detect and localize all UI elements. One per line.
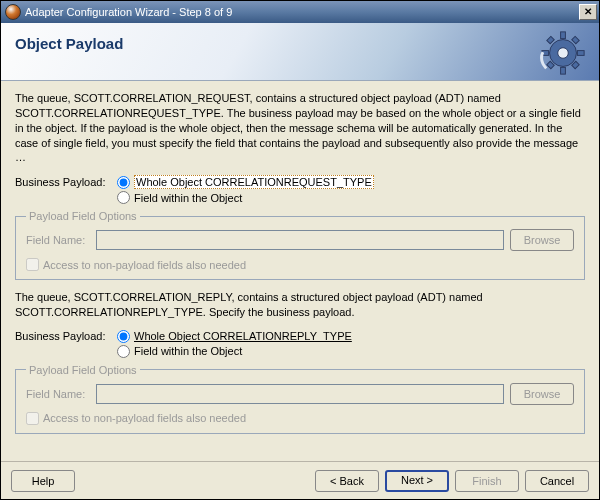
cancel-button[interactable]: Cancel (525, 470, 589, 492)
browse-button-request: Browse (510, 229, 574, 251)
app-icon (5, 4, 21, 20)
payload-field-options-reply: Payload Field Options Field Name: Browse… (15, 364, 585, 434)
back-button[interactable]: < Back (315, 470, 379, 492)
wizard-body: The queue, SCOTT.CORRELATION_REQUEST, co… (1, 81, 599, 434)
access-nonpayload-label-1: Access to non-payload fields also needed (43, 259, 246, 271)
next-button[interactable]: Next > (385, 470, 449, 492)
field-name-label-2: Field Name: (26, 388, 90, 400)
page-title: Object Payload (15, 35, 585, 52)
window-title: Adapter Configuration Wizard - Step 8 of… (25, 6, 579, 18)
close-button[interactable]: ✕ (579, 4, 597, 20)
field-name-label-1: Field Name: (26, 234, 90, 246)
access-nonpayload-checkbox-reply (26, 412, 39, 425)
help-button[interactable]: Help (11, 470, 75, 492)
access-nonpayload-checkbox-request (26, 258, 39, 271)
radio-field-within-request-label: Field within the Object (134, 192, 242, 204)
wizard-footer: Help < Back Next > Finish Cancel (1, 461, 599, 499)
payload-field-options-legend-2: Payload Field Options (26, 364, 140, 376)
gear-icon (539, 29, 587, 77)
business-payload-label-1: Business Payload: (15, 176, 117, 188)
svg-rect-3 (561, 67, 566, 74)
svg-point-1 (558, 48, 569, 59)
reply-description: The queue, SCOTT.CORRELATION_REPLY, cont… (15, 290, 585, 320)
titlebar: Adapter Configuration Wizard - Step 8 of… (1, 1, 599, 23)
access-nonpayload-label-2: Access to non-payload fields also needed (43, 412, 246, 424)
request-description: The queue, SCOTT.CORRELATION_REQUEST, co… (15, 91, 585, 165)
radio-whole-object-request[interactable] (117, 176, 130, 189)
finish-button: Finish (455, 470, 519, 492)
radio-field-within-reply[interactable] (117, 345, 130, 358)
svg-rect-8 (572, 36, 579, 43)
wizard-header: Object Payload (1, 23, 599, 81)
radio-whole-object-reply-label: Whole Object CORRELATIONREPLY_TYPE (134, 330, 352, 342)
svg-rect-5 (577, 51, 584, 56)
radio-field-within-reply-label: Field within the Object (134, 345, 242, 357)
payload-field-options-legend-1: Payload Field Options (26, 210, 140, 222)
field-name-input-reply (96, 384, 504, 404)
radio-field-within-request[interactable] (117, 191, 130, 204)
svg-rect-2 (561, 32, 566, 39)
field-name-input-request (96, 230, 504, 250)
radio-whole-object-reply[interactable] (117, 330, 130, 343)
business-payload-label-2: Business Payload: (15, 330, 117, 342)
svg-rect-6 (547, 36, 554, 43)
radio-whole-object-request-label: Whole Object CORRELATIONREQUEST_TYPE (134, 175, 374, 189)
payload-field-options-request: Payload Field Options Field Name: Browse… (15, 210, 585, 280)
browse-button-reply: Browse (510, 383, 574, 405)
